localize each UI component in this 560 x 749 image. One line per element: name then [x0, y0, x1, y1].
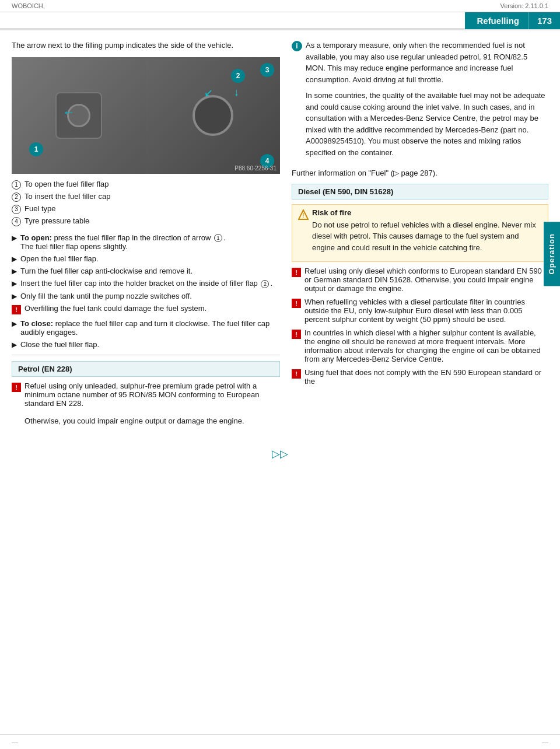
diesel-warn-4: ! Using fuel that does not comply with t…	[292, 368, 548, 386]
left-column: The arrow next to the filling pump indic…	[12, 40, 280, 430]
to-open-text: To open: press the fuel filler flap in t…	[20, 233, 226, 251]
open-flap-text: Open the fuel filler flap.	[20, 254, 99, 263]
arrow-item-close: ▶ To close: replace the fuel filler cap …	[12, 319, 280, 337]
top-bar-right: Version: 2.11.0.1	[500, 2, 548, 9]
petrol-section-title: Petrol (EN 228)	[12, 361, 280, 377]
warning-icon-d3: !	[292, 330, 301, 339]
section-title: Refuelling	[465, 12, 528, 29]
turn-text: Turn the fuel filler cap anti-clockwise …	[20, 267, 192, 275]
bottom-nav: ▷▷	[0, 442, 560, 466]
refuelling-image: ← 1 ↙ ↓ 2 3 4 P88.60-2256-31	[12, 57, 280, 174]
top-bar-left: WOBOICH,	[12, 2, 45, 9]
image-left: ← 1	[12, 57, 146, 174]
bottom-right: —	[542, 738, 548, 746]
arrow-bullet: ▶	[12, 292, 17, 300]
diesel-warn-text-2: When refuelling vehicles with a diesel p…	[304, 298, 548, 324]
item-2-text: To insert the fuel filler cap	[24, 192, 110, 201]
list-item: 4 Tyre pressure table	[12, 216, 280, 226]
risk-content: Risk of fire Do not use petrol to refuel…	[312, 208, 542, 258]
arrow-item-fill: ▶ Only fill the tank until the pump nozz…	[12, 292, 280, 300]
further-info: Further information on "Fuel" (▷ page 28…	[292, 167, 548, 179]
risk-text: Do not use petrol to refuel vehicles wit…	[312, 219, 542, 254]
warning-icon-d1: !	[292, 268, 301, 277]
risk-title: Risk of fire	[312, 208, 351, 217]
diesel-warn-3: ! In countries in which diesel with a hi…	[292, 328, 548, 363]
diesel-warn-1: ! Refuel using only diesel which conform…	[292, 267, 548, 293]
list-item: 3 Fuel type	[12, 204, 280, 214]
item-1-text: To open the fuel filler flap	[24, 180, 109, 188]
item-3-text: Fuel type	[24, 204, 55, 213]
warning-icon-d2: !	[292, 299, 301, 308]
diesel-warn-text-4: Using fuel that does not comply with the…	[304, 368, 548, 386]
number-1: 1	[12, 180, 21, 190]
arrow-item-open-flap: ▶ Open the fuel filler flap.	[12, 254, 280, 263]
top-bar: WOBOICH, Version: 2.11.0.1	[0, 0, 560, 12]
arrow-bullet: ▶	[12, 267, 17, 275]
close-flap-text: Close the fuel filler flap.	[20, 340, 99, 349]
risk-box: ! Risk of fire Do not use petrol to refu…	[292, 204, 548, 262]
bottom-left: —	[12, 738, 18, 746]
fuel-cap	[192, 95, 233, 136]
diesel-section-title: Diesel (EN 590, DIN 51628)	[292, 184, 548, 200]
number-3: 3	[12, 205, 21, 214]
badge-1: 1	[29, 142, 43, 156]
image-caption: P88.60-2256-31	[235, 165, 276, 172]
number-2: 2	[12, 192, 21, 202]
to-close-text: To close: replace the fuel filler cap an…	[20, 319, 280, 337]
petrol-warn: ! Refuel using only unleaded, sulphur-fr…	[12, 382, 280, 425]
arrow-bullet: ▶	[12, 255, 17, 263]
number-4: 4	[12, 217, 21, 226]
operation-tab: Operation	[544, 222, 560, 286]
badge-2: 2	[231, 69, 245, 83]
numbered-list: 1 To open the fuel filler flap 2 To inse…	[12, 180, 280, 226]
info-block: i As a temporary measure, only when the …	[292, 40, 548, 163]
arrow-item-turn: ▶ Turn the fuel filler cap anti-clockwis…	[12, 267, 280, 275]
right-column: i As a temporary measure, only when the …	[292, 40, 548, 430]
diesel-warn-text-1: Refuel using only diesel which conforms …	[304, 267, 548, 293]
diesel-warn-text-3: In countries in which diesel with a high…	[304, 328, 548, 363]
arrow-bullet: ▶	[12, 234, 17, 242]
warn-fuel-tank: ! Overfilling the fuel tank could damage…	[12, 304, 280, 314]
arrow-bullet: ▶	[12, 279, 17, 288]
info-icon: i	[292, 41, 302, 51]
image-right: ↙ ↓ 2 3 4 P88.60-2256-31	[146, 57, 280, 174]
item-4-text: Tyre pressure table	[24, 216, 89, 225]
fill-text: Only fill the tank until the pump nozzle…	[20, 292, 192, 300]
svg-text:!: !	[302, 212, 304, 219]
bottom-bar: — —	[0, 734, 560, 749]
warning-icon-d4: !	[292, 369, 301, 379]
list-item: 1 To open the fuel filler flap	[12, 180, 280, 190]
arrow-item-close-flap: ▶ Close the fuel filler flap.	[12, 340, 280, 349]
arrow-bullet: ▶	[12, 341, 17, 349]
badge-3: 3	[260, 63, 274, 77]
arrow-bullet: ▶	[12, 320, 17, 328]
arrow-item-insert: ▶ Insert the fuel filler cap into the ho…	[12, 279, 280, 288]
risk-triangle-icon: !	[298, 209, 309, 220]
list-item: 2 To insert the fuel filler cap	[12, 192, 280, 202]
insert-text: Insert the fuel filler cap into the hold…	[20, 279, 272, 288]
info-text: As a temporary measure, only when the re…	[306, 40, 548, 163]
warning-icon-petrol: !	[12, 383, 21, 392]
diesel-warn-2: ! When refuelling vehicles with a diesel…	[292, 298, 548, 324]
warning-icon: !	[12, 305, 21, 314]
petrol-warn-text: Refuel using only unleaded, sulphur-free…	[24, 382, 280, 425]
main-content: The arrow next to the filling pump indic…	[0, 40, 560, 430]
intro-text: The arrow next to the filling pump indic…	[12, 40, 280, 51]
page-header: Refuelling 173	[0, 12, 560, 30]
arrow-item-open: ▶ To open: press the fuel filler flap in…	[12, 233, 280, 251]
page-number: 173	[528, 12, 560, 29]
nav-arrows: ▷▷	[272, 447, 288, 460]
warn-fuel-text: Overfilling the fuel tank could damage t…	[24, 304, 206, 313]
